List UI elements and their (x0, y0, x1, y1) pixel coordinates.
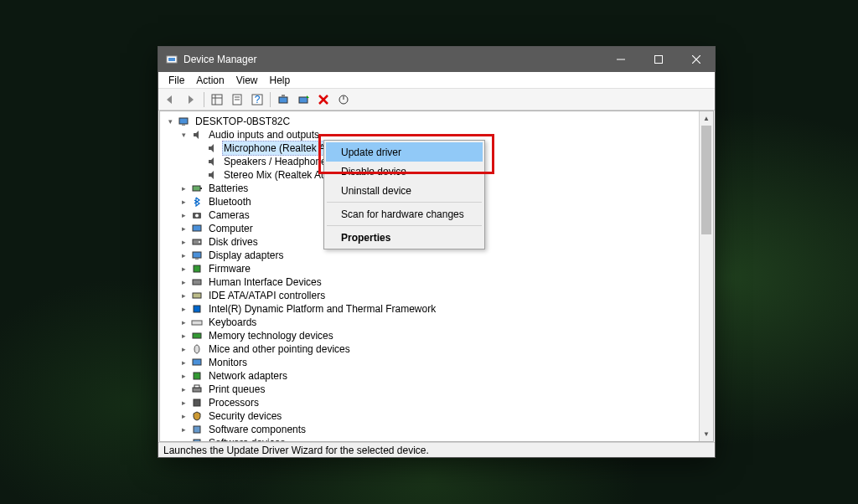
tree-category-mice[interactable]: ▸Mice and other pointing devices (163, 342, 699, 356)
chevron-down-icon[interactable]: ▾ (165, 116, 175, 126)
chevron-right-icon[interactable]: ▸ (178, 224, 189, 234)
tree-category-print[interactable]: ▸Print queues (163, 383, 699, 396)
tree-category-ide[interactable]: ▸IDE ATA/ATAPI controllers (163, 289, 699, 302)
tree-category-network[interactable]: ▸Network adapters (163, 369, 699, 383)
svg-rect-16 (299, 97, 308, 103)
audio-icon (190, 128, 204, 141)
svg-rect-33 (193, 293, 201, 298)
show-hidden-button[interactable] (208, 90, 226, 109)
tree-category-memory[interactable]: ▸Memory technology devices (163, 329, 699, 342)
chevron-right-icon[interactable]: ▸ (178, 357, 189, 368)
chevron-right-icon[interactable]: ▸ (178, 304, 189, 314)
mouse-icon (190, 342, 204, 356)
hid-icon (190, 275, 204, 289)
menu-action[interactable]: Action (191, 73, 229, 88)
context-menu: Update driver Disable device Uninstall d… (323, 140, 485, 249)
tree-root[interactable]: ▾DESKTOP-0BST82C (163, 115, 699, 128)
forward-button[interactable] (182, 90, 200, 109)
uninstall-button[interactable] (314, 90, 333, 109)
chevron-right-icon[interactable]: ▸ (178, 264, 189, 274)
chevron-right-icon[interactable]: ▸ (178, 291, 189, 301)
scan-hardware-button[interactable] (274, 90, 292, 109)
chevron-right-icon[interactable]: ▸ (178, 317, 189, 327)
tree-label: Software devices (207, 436, 287, 441)
tree-category-monitors[interactable]: ▸Monitors (163, 356, 699, 369)
tree-category-swcomp[interactable]: ▸Software components (163, 423, 699, 436)
cpu-icon (190, 396, 204, 409)
tree-category-firmware[interactable]: ▸Firmware (163, 262, 699, 275)
chevron-right-icon[interactable]: ▸ (178, 344, 189, 354)
svg-rect-29 (193, 252, 201, 258)
chevron-right-icon[interactable]: ▸ (178, 424, 189, 435)
svg-point-28 (199, 241, 200, 243)
chevron-right-icon[interactable]: ▸ (178, 438, 189, 441)
tree-label: Bluetooth (207, 195, 253, 208)
tree-category-display[interactable]: ▸Display adapters (163, 249, 699, 262)
update-driver-button[interactable] (294, 90, 313, 109)
menu-file[interactable]: File (163, 73, 189, 88)
computer-icon (190, 222, 204, 235)
scroll-down-arrow[interactable]: ▼ (700, 427, 713, 441)
svg-rect-6 (212, 95, 222, 105)
chevron-right-icon[interactable]: ▸ (178, 384, 189, 394)
svg-text:?: ? (255, 94, 261, 105)
security-icon (190, 409, 204, 423)
scrollbar-thumb[interactable] (701, 126, 711, 234)
chevron-right-icon[interactable]: ▸ (178, 331, 189, 341)
chevron-right-icon[interactable]: ▸ (178, 277, 189, 287)
minimize-button[interactable] (602, 47, 639, 72)
tree-category-swdev[interactable]: ▸Software devices (163, 436, 699, 441)
tree-label: Audio inputs and outputs (207, 128, 321, 141)
svg-point-37 (194, 345, 199, 353)
chevron-right-icon[interactable]: ▸ (178, 197, 189, 207)
statusbar: Launches the Update Driver Wizard for th… (158, 442, 715, 457)
keyboard-icon (190, 316, 204, 329)
svg-rect-22 (193, 186, 200, 191)
chevron-down-icon[interactable]: ▾ (178, 130, 189, 140)
disable-button[interactable] (334, 90, 353, 109)
tree-category-hid[interactable]: ▸Human Interface Devices (163, 275, 699, 289)
chevron-right-icon[interactable]: ▸ (178, 183, 189, 193)
svg-rect-1 (168, 58, 175, 61)
chevron-right-icon[interactable]: ▸ (178, 371, 189, 381)
context-scan-hardware[interactable]: Scan for hardware changes (326, 204, 483, 224)
context-properties[interactable]: Properties (326, 228, 483, 247)
tree-label: Monitors (207, 356, 249, 369)
svg-rect-3 (654, 56, 662, 64)
chevron-right-icon[interactable]: ▸ (178, 250, 189, 260)
svg-rect-38 (193, 359, 201, 365)
maximize-button[interactable] (639, 47, 677, 72)
menu-help[interactable]: Help (265, 73, 296, 88)
vertical-scrollbar[interactable]: ▲ ▼ (699, 111, 713, 441)
tree-label: Batteries (207, 182, 250, 195)
svg-rect-30 (195, 258, 199, 260)
app-icon (165, 53, 178, 66)
tree-category-keyboards[interactable]: ▸Keyboards (163, 316, 699, 329)
chevron-right-icon[interactable]: ▸ (178, 237, 189, 247)
close-button[interactable] (677, 47, 715, 72)
chevron-right-icon[interactable]: ▸ (178, 411, 189, 421)
context-update-driver[interactable]: Update driver (326, 142, 483, 162)
battery-icon (190, 182, 204, 195)
tree-category-security[interactable]: ▸Security devices (163, 409, 699, 423)
tree-category-intel[interactable]: ▸Intel(R) Dynamic Platform and Thermal F… (163, 302, 699, 316)
titlebar[interactable]: Device Manager (158, 47, 715, 72)
audio-icon (205, 141, 219, 155)
svg-rect-15 (282, 95, 285, 97)
camera-icon (190, 208, 204, 222)
scroll-up-arrow[interactable]: ▲ (700, 111, 713, 126)
svg-rect-36 (193, 333, 201, 338)
properties-button[interactable] (228, 90, 246, 109)
chevron-right-icon[interactable]: ▸ (178, 210, 189, 220)
back-button[interactable] (162, 90, 180, 109)
svg-rect-42 (194, 399, 200, 406)
menu-separator (327, 225, 482, 226)
tree-category-processors[interactable]: ▸Processors (163, 396, 699, 409)
context-uninstall-device[interactable]: Uninstall device (326, 181, 483, 200)
menu-view[interactable]: View (231, 73, 263, 88)
svg-rect-44 (194, 440, 200, 441)
chevron-right-icon[interactable]: ▸ (178, 398, 189, 408)
help-button[interactable]: ? (248, 90, 266, 109)
monitor-icon (190, 356, 204, 369)
context-disable-device[interactable]: Disable device (326, 162, 483, 181)
